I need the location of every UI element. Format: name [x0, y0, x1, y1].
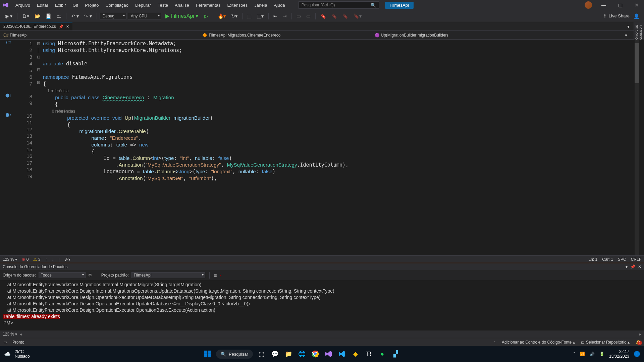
breadcrumb-project[interactable]: C# FilmesApi	[3, 33, 28, 38]
spotify-icon[interactable]: ●	[378, 349, 387, 359]
menu-ajuda[interactable]: Ajuda	[270, 1, 288, 9]
user-avatar[interactable]	[585, 1, 592, 9]
breadcrumb-dropdown-icon[interactable]: ▾	[623, 32, 629, 39]
menu-projeto[interactable]: Projeto	[82, 1, 102, 9]
menu-arquivo[interactable]: Arquivo	[12, 1, 34, 9]
panel-dropdown-icon[interactable]: ▾	[626, 264, 628, 269]
task-view-icon[interactable]: ⬚	[257, 349, 266, 359]
start-debug-button[interactable]: ▶ FilmesApi ▾	[163, 12, 201, 20]
nav-back-icon[interactable]: ◉ ▾	[3, 12, 14, 20]
add-to-source-control[interactable]: Adicionar ao Controle do Código-Fonte ▴	[502, 340, 575, 345]
panel-pin-icon[interactable]: 📌	[630, 264, 635, 269]
start-no-debug-icon[interactable]: ▷	[202, 12, 210, 20]
brush-icon[interactable]: 🖌▾	[64, 257, 70, 262]
volume-icon[interactable]: 🔊	[590, 352, 595, 356]
account-icon[interactable]: 👤	[632, 12, 641, 20]
breadcrumb-method[interactable]: 🟣 Up(MigrationBuilder migrationBuilder)	[375, 33, 448, 38]
nav-up-icon[interactable]: ↑	[45, 257, 47, 262]
origin-dropdown[interactable]: Todos	[39, 272, 86, 278]
menu-exibir[interactable]: Exibir	[52, 1, 69, 9]
project-dropdown[interactable]: FilmesApi	[131, 272, 205, 278]
save-all-icon[interactable]: 🗃	[55, 12, 63, 20]
edge-icon[interactable]: 🌐	[297, 349, 307, 359]
notifications-icon[interactable]: 🔔	[636, 340, 641, 345]
weather-icon[interactable]: ☁️	[4, 351, 11, 357]
menu-editar[interactable]: Editar	[34, 1, 52, 9]
nav-down-icon[interactable]: ↓	[52, 257, 54, 262]
breadcrumb-class[interactable]: 🔶 FilmesApi.Migrations.CinemaeEndereco	[202, 33, 280, 38]
bookmark-icon[interactable]: 🔖	[318, 12, 328, 20]
col-indicator[interactable]: Car: 1	[602, 257, 613, 262]
menu-extensoes[interactable]: Extensões	[224, 1, 251, 9]
upload-icon[interactable]: ↑	[494, 340, 496, 345]
notification-badge[interactable]: 1	[634, 351, 640, 357]
close-button[interactable]: ✕	[632, 1, 641, 9]
start-button[interactable]	[203, 349, 212, 359]
minimize-button[interactable]: —	[599, 1, 609, 9]
gear-icon[interactable]: ⚙	[88, 273, 92, 278]
pin-icon[interactable]: 📌	[59, 24, 63, 29]
close-tab-icon[interactable]: ✕	[66, 24, 69, 29]
panel-close-icon[interactable]: ✕	[638, 264, 641, 269]
taskbar-clock[interactable]: 22:17 13/02/2023	[609, 349, 629, 359]
menu-janela[interactable]: Janela	[251, 1, 270, 9]
select-repo[interactable]: 🗀 Selecionar Repositório ▴	[581, 340, 630, 345]
active-tab[interactable]: 202302140106...Endereco.cs 📌 ✕	[0, 22, 72, 31]
binance-icon[interactable]: ◆	[351, 349, 360, 359]
redo-icon[interactable]: ↷ ▾	[82, 12, 94, 20]
comment-icon[interactable]: ▭	[294, 12, 303, 20]
console-prompt[interactable]: PM>	[3, 320, 13, 325]
tradingview-icon[interactable]: T⁝	[364, 349, 374, 359]
tray-chevron-icon[interactable]: ˄	[573, 352, 575, 356]
tab-overflow-icon[interactable]: ▾	[625, 23, 632, 30]
step-over-icon[interactable]: ⬚▾	[255, 12, 266, 20]
weather-widget[interactable]: 25°C Nublado	[15, 349, 30, 359]
menu-teste[interactable]: Teste	[154, 1, 171, 9]
eol-indicator[interactable]: CRLF	[631, 257, 641, 262]
bookmark-clear-icon[interactable]: 🔖▾	[352, 12, 364, 20]
battery-icon[interactable]: 🔋	[599, 352, 604, 356]
new-item-icon[interactable]: 🗋▾	[20, 12, 31, 20]
file-explorer-icon[interactable]: 📁	[284, 349, 293, 359]
console-output[interactable]: at Microsoft.EntityFrameworkCore.Migrati…	[0, 280, 644, 330]
app-icon[interactable]: ▞	[391, 349, 400, 359]
output-icon[interactable]: ▭	[3, 340, 7, 345]
refresh-icon[interactable]: ↻▾	[229, 12, 239, 20]
undo-icon[interactable]: ↶ ▾	[69, 12, 81, 20]
save-icon[interactable]: 💾	[44, 12, 53, 20]
live-share-button[interactable]: Live Share	[609, 13, 630, 18]
config-dropdown[interactable]: Debug	[100, 13, 126, 19]
stop-console-icon[interactable]: ▪	[220, 273, 221, 278]
indent-more-icon[interactable]: ⇥	[281, 12, 289, 20]
clear-console-icon[interactable]: ≣	[214, 273, 217, 278]
chrome-icon[interactable]	[311, 349, 320, 359]
wifi-icon[interactable]: 📶	[580, 352, 585, 356]
hot-reload-icon[interactable]: 🔥▾	[216, 12, 228, 20]
warning-count[interactable]: ⚠ 3	[33, 257, 40, 262]
search-input[interactable]: Pesquisar (Ctrl+Q) 🔍	[299, 1, 379, 9]
menu-ferramentas[interactable]: Ferramentas	[193, 1, 224, 9]
open-icon[interactable]: 📂	[33, 12, 42, 20]
visual-studio-icon[interactable]	[324, 349, 333, 359]
menu-depurar[interactable]: Depurar	[132, 1, 154, 9]
bookmark-next-icon[interactable]: 🔖	[340, 12, 350, 20]
scrollbar-thumb[interactable]	[635, 43, 639, 83]
menu-analise[interactable]: Análise	[171, 1, 193, 9]
solution-name-badge[interactable]: FilmesApi	[385, 2, 414, 9]
menu-git[interactable]: Git	[69, 1, 82, 9]
uncomment-icon[interactable]: ▭	[304, 12, 313, 20]
fold-column[interactable]: ⊟│⊟ ⊟ ⊟	[37, 40, 43, 255]
code-content[interactable]: using Microsoft.EntityFrameworkCore.Meta…	[43, 40, 644, 255]
zoom-level[interactable]: 123 % ▾	[3, 257, 17, 262]
chat-app-icon[interactable]: 💬	[270, 349, 280, 359]
bookmark-prev-icon[interactable]: 🔖	[329, 12, 339, 20]
line-indicator[interactable]: Ln: 1	[589, 257, 598, 262]
menu-compilacao[interactable]: Compilação	[102, 1, 132, 9]
maximize-button[interactable]: ▢	[615, 1, 625, 9]
error-count[interactable]: ⊘ 0	[22, 257, 29, 262]
platform-dropdown[interactable]: Any CPU	[128, 13, 161, 19]
vscode-icon[interactable]	[337, 349, 347, 359]
code-editor[interactable]: {⬚ ⬤↑ ⬤↑ 1234567 89 10111213141516171819…	[0, 40, 644, 255]
taskbar-search[interactable]: 🔍 Pesquisar	[216, 350, 253, 359]
console-zoom[interactable]: 123 % ▾	[3, 332, 17, 337]
